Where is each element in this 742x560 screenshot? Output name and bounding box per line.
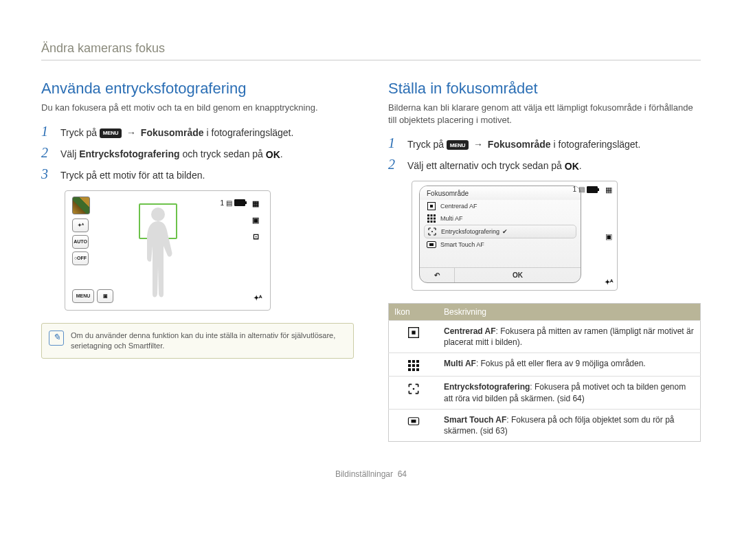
svg-rect-20 (408, 364, 411, 367)
svg-rect-9 (427, 221, 429, 223)
focus-description-table: Ikon Beskrivning Centrerad AF: Fokusera … (388, 303, 701, 442)
menu-button-pill: MENU (100, 128, 122, 138)
menu-item-label: Multi AF (440, 215, 463, 222)
svg-rect-5 (434, 214, 436, 216)
text: Välj (60, 148, 79, 159)
step-1-text: Tryck på MENU → Fokusområde i fotografer… (407, 139, 640, 150)
count-label: 1 (220, 199, 224, 207)
svg-rect-21 (412, 364, 415, 367)
step-2: 2 Välj Entrycksfotografering och tryck s… (41, 145, 354, 161)
table-row: Centrerad AF: Fokusera på mitten av rame… (389, 321, 701, 353)
bottom-button-strip: MENU ▣ (72, 289, 113, 303)
page-number: 64 (398, 469, 407, 479)
step-2: 2 Välj ett alternativ och tryck sedan på… (388, 157, 701, 172)
footer-label: Bildinställningar (335, 469, 393, 479)
left-steps: 1 Tryck på MENU → Fokusområde i fotograf… (41, 124, 354, 182)
bold-fokusomrade: Fokusområde (141, 127, 204, 138)
timer-off-button: ○OFF (72, 251, 89, 265)
text: i fotograferingsläget. (554, 139, 641, 150)
left-section-title: Använda entrycksfotografering (41, 80, 354, 98)
svg-rect-8 (434, 218, 436, 220)
text: . (280, 148, 283, 159)
ok-glyph-icon: OK (565, 161, 579, 172)
menu-panel-title: Fokusområde (420, 186, 581, 200)
bold-entrycks: Entrycksfotografering (79, 148, 179, 159)
th-icon: Ikon (389, 304, 439, 321)
row-rest: : Fokus på ett eller flera av 9 möjliga … (476, 359, 646, 368)
status-bar: 1 ▤ (572, 186, 598, 193)
svg-rect-17 (408, 360, 411, 363)
svg-rect-23 (408, 368, 411, 371)
thumbnail-icon (72, 197, 90, 214)
text: Välj ett alternativ och tryck sedan på (407, 160, 565, 171)
smart-touch-icon (427, 240, 436, 249)
step-1: 1 Tryck på MENU → Fokusområde i fotograf… (41, 124, 354, 139)
resolution-icon: ▦ (248, 198, 263, 210)
step-1-text: Tryck på MENU → Fokusområde i fotografer… (60, 127, 293, 138)
right-column: Ställa in fokusområdet Bilderna kan bli … (388, 80, 701, 442)
multi-af-icon (427, 214, 436, 223)
onetouch-icon (427, 227, 437, 236)
step-number: 1 (41, 124, 52, 139)
svg-rect-28 (412, 420, 416, 423)
menu-footer: ↶ OK (420, 267, 581, 282)
count-label: 1 (572, 186, 576, 193)
step-number: 2 (41, 145, 52, 161)
two-column-layout: Använda entrycksfotografering Du kan fok… (41, 80, 701, 442)
text: Tryck på (407, 139, 447, 150)
arrow-icon: → (126, 127, 136, 138)
left-button-stack: ✦ᴬ AUTO ○OFF (72, 219, 89, 265)
svg-point-26 (413, 388, 415, 390)
af-icon: ⊡ (248, 231, 263, 243)
step-number: 1 (388, 135, 399, 151)
left-column: Använda entrycksfotografering Du kan fok… (41, 80, 354, 442)
person-silhouette-icon (137, 205, 179, 301)
step-3: 3 Tryck på ett motiv för att ta bilden. (41, 166, 354, 182)
svg-rect-11 (434, 221, 436, 223)
svg-rect-10 (431, 221, 433, 223)
svg-rect-6 (427, 218, 429, 220)
step-number: 3 (41, 166, 52, 182)
right-intro: Bilderna kan bli klarare genom att välja… (388, 102, 701, 126)
right-section-title: Ställa in fokusområdet (388, 80, 701, 98)
arrow-icon: → (473, 139, 483, 150)
svg-rect-4 (431, 214, 433, 216)
focus-area-menu-illustration: Fokusområde Centrerad AF Multi AF Ent (412, 181, 618, 291)
menu-list: Centrerad AF Multi AF Entrycksfotografer… (420, 200, 581, 267)
text: i fotograferingsläget. (207, 127, 294, 138)
ok-glyph-icon: OK (266, 149, 280, 160)
quality-icon: ▣ (248, 214, 263, 227)
table-desc: Smart Touch AF: Fokusera på och följa ob… (438, 409, 701, 441)
smart-touch-icon (389, 409, 439, 441)
row-bold: Multi AF (444, 359, 476, 368)
step-2-text: Välj ett alternativ och tryck sedan på O… (407, 160, 582, 172)
note-box: ✎ Om du använder denna funktion kan du i… (41, 323, 354, 359)
battery-icon (234, 199, 245, 206)
svg-rect-3 (427, 214, 429, 216)
menu-item-smart: Smart Touch AF (424, 238, 576, 251)
table-desc: Centrerad AF: Fokusera på mitten av rame… (438, 321, 701, 353)
menu-button: MENU (72, 289, 94, 303)
quality-icon: ▣ (605, 232, 612, 241)
auto-button: AUTO (72, 235, 89, 249)
th-desc: Beskrivning (438, 304, 701, 321)
step-2-text: Välj Entrycksfotografering och tryck sed… (60, 148, 283, 160)
text: och tryck sedan på (182, 148, 265, 159)
right-icon-stack: ▦ ▣ ⊡ (248, 198, 263, 243)
card-icon: ▤ (578, 186, 585, 193)
svg-rect-16 (412, 331, 415, 335)
lcd-inner: 1 ▤ ✦ᴬ AUTO ○OFF ▦ ▣ ⊡ (69, 195, 266, 306)
display-button: ▣ (97, 289, 113, 303)
menu-button-pill: MENU (447, 140, 469, 150)
svg-rect-2 (430, 205, 433, 208)
note-icon: ✎ (49, 331, 64, 346)
svg-rect-18 (412, 360, 415, 363)
multi-af-icon (389, 353, 439, 377)
page-header: Ändra kamerans fokus (41, 41, 701, 60)
row-bold: Smart Touch AF (444, 415, 506, 425)
side-icon-stack: ▦ ▣ ✦ᴬ (605, 186, 613, 286)
svg-point-0 (151, 208, 165, 221)
status-bar: 1 ▤ (220, 199, 245, 207)
svg-rect-19 (416, 360, 419, 363)
center-af-icon (389, 321, 439, 353)
